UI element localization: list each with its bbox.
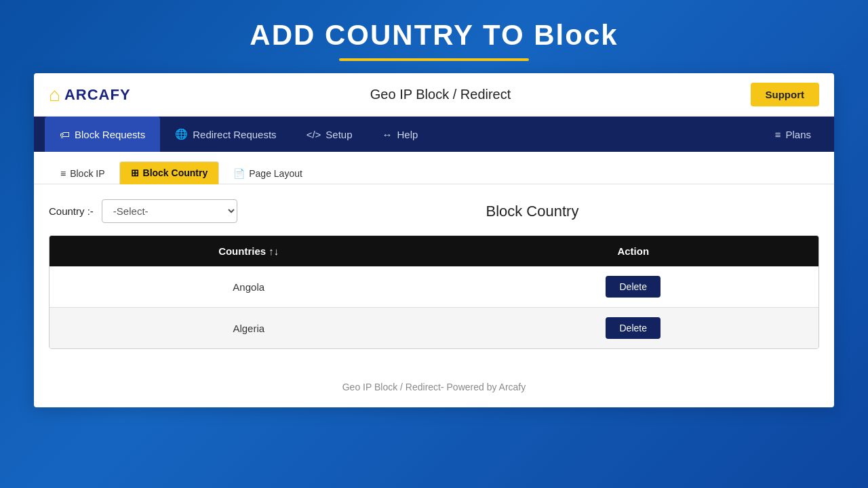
col-header-action: Action	[448, 236, 818, 266]
filter-label: Country :-	[49, 205, 94, 217]
delete-button-1[interactable]: Delete	[606, 317, 660, 339]
table-row: Algeria Delete	[50, 308, 818, 349]
card-footer: Geo IP Block / Redirect- Powered by Arca…	[34, 369, 834, 407]
content-area: Country :- -Select- Angola Algeria Afgha…	[34, 184, 834, 369]
nav-label-redirect-requests: Redirect Requests	[193, 129, 276, 140]
hero-underline	[339, 58, 529, 61]
sub-tab-label-block-ip: Block IP	[70, 168, 104, 179]
col-header-countries: Countries ↑↓	[50, 236, 448, 266]
main-card: ⌂ ARCAFY Geo IP Block / Redirect Support…	[34, 73, 834, 407]
cell-country-0: Angola	[50, 266, 448, 308]
cell-action-1: Delete	[448, 308, 818, 349]
delete-button-0[interactable]: Delete	[606, 276, 660, 298]
nav-item-block-requests[interactable]: 🏷 Block Requests	[45, 117, 160, 152]
card-header: ⌂ ARCAFY Geo IP Block / Redirect Support	[34, 73, 834, 117]
nav-label-setup: Setup	[326, 129, 352, 140]
filter-row: Country :- -Select- Angola Algeria Afgha…	[49, 199, 819, 223]
country-select[interactable]: -Select- Angola Algeria Afghanistan Arge…	[102, 199, 237, 223]
nav-item-plans[interactable]: ≡ Plans	[763, 117, 823, 152]
sub-tab-block-ip[interactable]: ≡ Block IP	[49, 162, 117, 184]
sub-nav: ≡ Block IP ⊞ Block Country 📄 Page Layout	[34, 152, 834, 184]
nav-item-redirect-requests[interactable]: 🌐 Redirect Requests	[160, 117, 291, 152]
table-row: Angola Delete	[50, 266, 818, 308]
nav-bar: 🏷 Block Requests 🌐 Redirect Requests </>…	[34, 117, 834, 152]
code-icon: </>	[307, 129, 321, 140]
nav-item-setup[interactable]: </> Setup	[292, 117, 368, 152]
logo-icon: ⌂	[49, 84, 60, 106]
tag-icon: 🏷	[60, 129, 70, 140]
hero-title: ADD COUNTRY TO Block	[250, 0, 618, 58]
logo: ⌂ ARCAFY	[49, 84, 131, 106]
nav-label-plans: Plans	[785, 129, 811, 140]
sub-tab-block-country[interactable]: ⊞ Block Country	[119, 161, 220, 184]
page-icon-sub: 📄	[233, 168, 245, 179]
footer-text: Geo IP Block / Redirect- Powered by Arca…	[342, 382, 526, 392]
list-icon-sub: ≡	[60, 168, 66, 179]
table-wrap: Countries ↑↓ Action Angola Delete Algeri…	[49, 235, 819, 349]
sub-tab-label-block-country: Block Country	[143, 167, 208, 178]
header-title: Geo IP Block / Redirect	[370, 87, 511, 102]
support-button[interactable]: Support	[751, 83, 820, 106]
sub-tab-label-page-layout: Page Layout	[249, 168, 302, 179]
section-title: Block Country	[245, 203, 819, 220]
nav-label-block-requests: Block Requests	[75, 129, 145, 140]
list-icon: ≡	[775, 129, 781, 140]
countries-table: Countries ↑↓ Action Angola Delete Algeri…	[50, 236, 818, 348]
nav-item-help[interactable]: ↔ Help	[368, 117, 433, 152]
sub-tab-page-layout[interactable]: 📄 Page Layout	[222, 162, 314, 184]
nav-label-help: Help	[397, 129, 418, 140]
cell-action-0: Delete	[448, 266, 818, 308]
hand-icon: ↔	[382, 129, 393, 140]
cell-country-1: Algeria	[50, 308, 448, 349]
table-header-row: Countries ↑↓ Action	[50, 236, 818, 266]
globe-icon: 🌐	[175, 128, 188, 140]
grid-icon-sub: ⊞	[131, 167, 139, 178]
logo-text: ARCAFY	[64, 86, 131, 104]
